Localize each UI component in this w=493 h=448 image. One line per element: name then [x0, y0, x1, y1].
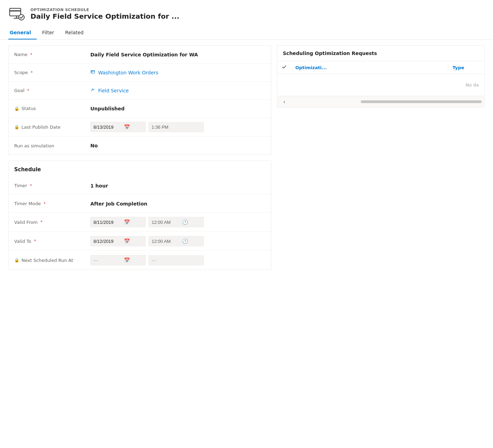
scroll-back-button[interactable]: ‹	[280, 98, 288, 106]
valid-from-clock-icon: 🕐	[182, 219, 188, 225]
valid-to-label: Valid To *	[14, 239, 90, 244]
last-publish-datetime: 📅	[90, 122, 266, 132]
left-column: Name * Daily Field Service Optimization …	[8, 45, 271, 270]
next-scheduled-lock-icon: 🔒	[14, 258, 19, 263]
timer-mode-value: After Job Completion	[90, 201, 266, 207]
header-text: OPTIMIZATION SCHEDULE Daily Field Servic…	[30, 8, 179, 20]
scroll-thumb[interactable]	[361, 100, 482, 103]
last-publish-lock-icon: 🔒	[14, 125, 19, 129]
right-panel: Scheduling Optimization Requests Optimiz…	[277, 45, 485, 108]
col-divider	[448, 64, 448, 71]
next-scheduled-date-input	[93, 258, 121, 263]
header-title: Daily Field Service Optimization for ...	[30, 12, 179, 20]
name-label: Name *	[14, 52, 90, 57]
name-required: *	[30, 52, 32, 57]
valid-from-calendar-icon[interactable]: 📅	[124, 219, 130, 225]
status-lock-icon: 🔒	[14, 106, 19, 111]
valid-to-date-field: 📅	[90, 236, 146, 246]
valid-from-row: Valid From * 📅 🕐	[9, 213, 271, 232]
schedule-title: Schedule	[9, 161, 271, 177]
scope-link-icon	[90, 70, 95, 74]
tab-general[interactable]: General	[8, 26, 37, 39]
valid-to-row: Valid To * 📅 🕐	[9, 232, 271, 251]
timer-label: Timer *	[14, 183, 90, 188]
col-optimization-header[interactable]: Optimizati...	[295, 65, 444, 70]
next-scheduled-datetime: 📅	[90, 255, 266, 265]
next-scheduled-time-input	[152, 258, 179, 263]
svg-rect-4	[91, 71, 95, 73]
name-row: Name * Daily Field Service Optimization …	[9, 46, 271, 64]
valid-from-label: Valid From *	[14, 220, 90, 225]
run-simulation-row: Run as simulation No	[9, 137, 271, 155]
next-scheduled-date-field: 📅	[90, 255, 146, 265]
name-value: Daily Field Service Optimization for WA	[90, 52, 266, 57]
tab-filter[interactable]: Filter	[41, 26, 60, 39]
timer-mode-row: Timer Mode * After Job Completion	[9, 195, 271, 213]
goal-row: Goal * Field Service	[9, 82, 271, 100]
run-simulation-value: No	[90, 143, 266, 148]
valid-to-calendar-icon[interactable]: 📅	[124, 238, 130, 244]
goal-required: *	[27, 88, 29, 93]
last-publish-time-field	[149, 122, 204, 132]
valid-from-required: *	[41, 220, 43, 225]
right-column: Scheduling Optimization Requests Optimiz…	[277, 45, 485, 108]
svg-rect-1	[10, 10, 21, 11]
valid-to-datetime: 📅 🕐	[90, 236, 266, 246]
timer-value: 1 hour	[90, 183, 266, 189]
valid-from-time-input[interactable]	[152, 220, 179, 225]
general-info-card: Name * Daily Field Service Optimization …	[8, 45, 271, 155]
next-scheduled-row: 🔒 Next Scheduled Run At 📅	[9, 251, 271, 269]
valid-from-date-field: 📅	[90, 217, 146, 227]
header-subtitle: OPTIMIZATION SCHEDULE	[30, 8, 179, 12]
scope-required: *	[31, 70, 33, 75]
schedule-card: Schedule Timer * 1 hour Timer Mode * Aft…	[8, 161, 271, 270]
header-icon	[8, 6, 25, 22]
goal-link-icon	[90, 88, 95, 92]
status-row: 🔒 Status Unpublished	[9, 100, 271, 118]
last-publish-label: 🔒 Last Publish Date	[14, 125, 90, 130]
tab-related[interactable]: Related	[64, 26, 89, 39]
scope-label: Scope *	[14, 70, 90, 75]
status-value: Unpublished	[90, 106, 266, 111]
next-scheduled-label: 🔒 Next Scheduled Run At	[14, 258, 90, 263]
last-publish-row: 🔒 Last Publish Date 📅	[9, 118, 271, 137]
timer-required: *	[30, 183, 32, 188]
valid-from-time-field: 🕐	[149, 217, 204, 227]
valid-to-time-input[interactable]	[152, 239, 179, 244]
scope-row: Scope * Washington Work Orders	[9, 64, 271, 82]
timer-mode-required: *	[44, 201, 46, 206]
goal-value[interactable]: Field Service	[90, 88, 266, 93]
svg-rect-0	[10, 8, 21, 16]
right-panel-title: Scheduling Optimization Requests	[277, 46, 484, 61]
svg-point-3	[19, 15, 24, 20]
valid-to-date-input[interactable]	[93, 239, 121, 244]
timer-row: Timer * 1 hour	[9, 177, 271, 195]
status-label: 🔒 Status	[14, 106, 90, 111]
last-publish-time-input[interactable]	[152, 125, 179, 130]
valid-from-datetime: 📅 🕐	[90, 217, 266, 227]
main-layout: Name * Daily Field Service Optimization …	[0, 40, 493, 275]
next-scheduled-calendar-icon: 📅	[124, 257, 130, 263]
right-panel-table-header: Optimizati... Type	[277, 61, 484, 74]
last-publish-calendar-icon[interactable]: 📅	[124, 124, 130, 130]
run-simulation-label: Run as simulation	[14, 143, 90, 148]
last-publish-date-input[interactable]	[93, 125, 121, 130]
table-check-col	[281, 64, 293, 71]
valid-from-date-input[interactable]	[93, 220, 121, 225]
goal-label: Goal *	[14, 88, 90, 93]
next-scheduled-time-field	[149, 255, 204, 265]
timer-mode-label: Timer Mode *	[14, 201, 90, 206]
no-data-message: No da	[277, 74, 484, 96]
header: OPTIMIZATION SCHEDULE Daily Field Servic…	[0, 0, 493, 26]
last-publish-date-field: 📅	[90, 122, 146, 132]
page-wrapper: OPTIMIZATION SCHEDULE Daily Field Servic…	[0, 0, 493, 448]
scope-value[interactable]: Washington Work Orders	[90, 70, 266, 75]
valid-to-clock-icon: 🕐	[182, 238, 188, 244]
tabs-bar: General Filter Related	[0, 26, 493, 40]
scrollbar-area: ‹	[277, 96, 484, 107]
valid-to-required: *	[34, 239, 36, 244]
valid-to-time-field: 🕐	[149, 236, 204, 246]
col-type-header[interactable]: Type	[452, 65, 480, 70]
